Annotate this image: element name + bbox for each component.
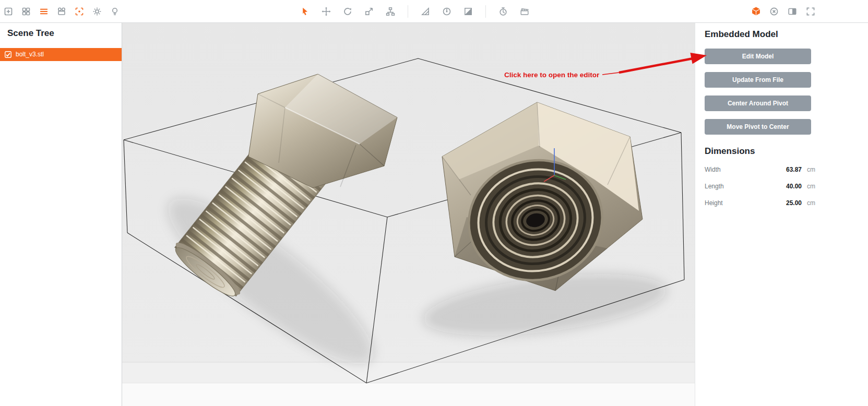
floor [122,362,695,406]
movie-camera-icon[interactable] [55,5,68,18]
rotate-icon[interactable] [341,5,354,18]
model-render [122,23,695,406]
layout-grid-icon[interactable] [20,5,32,18]
scene-tree-title: Scene Tree [0,28,122,39]
tree-item-bolt[interactable]: bolt_v3.stl [0,48,122,61]
add-square-icon[interactable] [2,5,15,18]
gear-icon[interactable] [91,5,103,18]
ruler-icon[interactable] [419,5,432,18]
clapperboard-icon[interactable] [518,5,531,18]
viewport-3d[interactable] [122,23,695,406]
dimension-label: Width [705,166,721,173]
dimension-row-height: Height 25.00 cm [705,199,815,207]
focus-target-icon[interactable] [73,5,86,18]
top-toolbar [0,0,868,23]
visibility-checkbox[interactable] [5,51,11,58]
model-cube-icon[interactable] [750,5,762,18]
dimension-row-length: Length 40.00 cm [705,183,815,190]
toolbar-right-group [750,0,817,22]
dimension-value: 63.87 [786,166,802,173]
edit-model-button[interactable]: Edit Model [705,49,811,64]
move-pivot-to-center-button[interactable]: Move Pivot to Center [705,119,811,135]
scale-icon[interactable] [363,5,375,18]
measure-angle-icon[interactable] [441,5,453,18]
remove-circle-icon[interactable] [768,5,780,18]
dimensions-title: Dimensions [705,146,868,157]
panel-title: Embedded Model [705,29,868,40]
application-window: { "colors": { "accent": "#f4691f", "tool… [0,0,868,406]
toolbar-center-group [299,0,531,22]
lightbulb-icon[interactable] [109,5,121,18]
timer-icon[interactable] [497,5,509,18]
tree-item-label: bolt_v3.stl [16,48,44,61]
dimension-row-width: Width 63.87 cm [705,166,815,173]
update-from-file-button[interactable]: Update From File [705,72,811,88]
toolbar-separator [485,5,486,18]
menu-icon[interactable] [38,5,50,18]
check-icon [5,51,11,58]
dimension-value: 25.00 [786,199,802,207]
dimension-unit: cm [802,183,815,190]
center-around-pivot-button[interactable]: Center Around Pivot [705,95,811,111]
dimension-label: Length [705,183,724,190]
panel-toggle-icon[interactable] [786,5,799,18]
dimension-value: 40.00 [786,183,802,190]
nut-model [442,102,643,292]
dimension-unit: cm [802,166,815,173]
scene-tree-panel: Scene Tree bolt_v3.stl [0,23,122,406]
toolbar-left-group [2,0,121,22]
move-icon[interactable] [320,5,332,18]
fullscreen-icon[interactable] [804,5,817,18]
hierarchy-icon[interactable] [384,5,397,18]
toolbar-separator [408,5,408,18]
dimension-label: Height [705,199,723,207]
dimension-unit: cm [802,199,815,207]
cursor-select-icon[interactable] [299,5,311,18]
shaded-view-icon[interactable] [462,5,474,18]
embedded-model-panel: Embedded Model Edit Model Update From Fi… [695,23,868,406]
